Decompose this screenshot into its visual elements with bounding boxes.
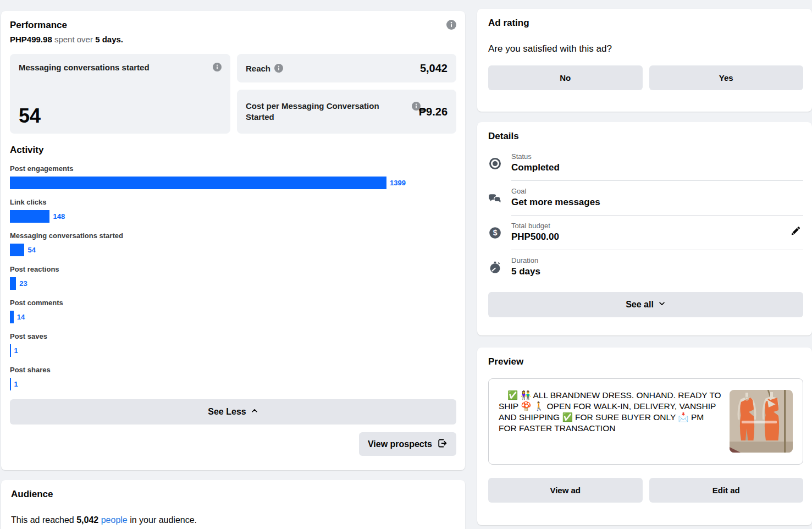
status-icon <box>488 157 501 170</box>
edit-budget-button[interactable] <box>787 223 803 241</box>
detail-row-goal: GoalGet more messages <box>488 181 803 216</box>
see-all-label: See all <box>626 300 654 310</box>
yes-button[interactable]: Yes <box>649 65 804 90</box>
view-ad-button[interactable]: View ad <box>488 478 643 503</box>
metric-cost-label: Cost per Messaging Conversation Started <box>246 101 382 123</box>
activity-label: Post comments <box>10 299 456 307</box>
detail-label: Duration <box>511 256 803 264</box>
activity-row: Post saves1 <box>10 332 456 357</box>
details-rows: StatusCompletedGoalGet more messages$Tot… <box>488 146 803 284</box>
detail-row-duration: Duration5 days <box>488 250 803 284</box>
activity-bar <box>10 277 16 290</box>
metric-messaging-value: 54 <box>19 106 222 126</box>
activity-label: Post reactions <box>10 265 456 273</box>
info-icon[interactable] <box>274 64 283 73</box>
ad-product-image <box>730 390 793 453</box>
details-card: Details StatusCompletedGoalGet more mess… <box>477 122 812 335</box>
activity-bar <box>10 244 24 256</box>
detail-row-total-budget: $Total budgetPHP500.00 <box>488 216 803 250</box>
activity-label: Post saves <box>10 332 456 340</box>
activity-bar <box>10 177 386 189</box>
activity-bar <box>10 378 11 390</box>
spend-summary: PHP499.98 spent over 5 days. <box>10 35 456 44</box>
detail-value: Get more messages <box>511 197 803 208</box>
activity-row: Post reactions23 <box>10 265 456 290</box>
activity-value: 14 <box>17 313 25 321</box>
activity-bar <box>10 210 49 223</box>
activity-value: 1 <box>14 346 18 355</box>
detail-label: Total budget <box>511 222 787 230</box>
chevron-up-icon <box>251 407 258 417</box>
info-icon[interactable] <box>213 63 222 71</box>
activity-row: Messaging conversations started54 <box>10 232 456 256</box>
metric-cost-value: ₱9.26 <box>419 106 448 118</box>
ad-rating-title: Ad rating <box>488 18 803 29</box>
audience-title: Audience <box>11 489 455 500</box>
spend-duration: 5 days. <box>95 35 123 44</box>
detail-value: 5 days <box>511 266 803 277</box>
pencil-icon <box>789 225 801 239</box>
info-icon[interactable] <box>446 20 456 30</box>
view-prospects-button[interactable]: View prospects <box>359 432 456 456</box>
detail-value: PHP500.00 <box>511 232 787 243</box>
metric-reach-label: Reach <box>246 64 270 73</box>
audience-count: 5,042 <box>76 515 98 525</box>
activity-bar <box>10 311 14 323</box>
ad-rating-question: Are you satisfied with this ad? <box>488 43 803 54</box>
see-less-button[interactable]: See Less <box>10 399 456 425</box>
preview-title: Preview <box>488 356 803 367</box>
activity-value: 23 <box>19 279 27 288</box>
detail-value: Completed <box>511 162 803 173</box>
audience-summary: This ad reached 5,042 people in your aud… <box>11 515 455 525</box>
activity-value: 54 <box>27 246 35 254</box>
audience-card: Audience This ad reached 5,042 people in… <box>1 480 465 529</box>
activity-row: Link clicks148 <box>10 198 456 223</box>
metric-reach: Reach 5,042 <box>237 54 456 82</box>
metric-reach-value: 5,042 <box>420 62 448 75</box>
budget-icon: $ <box>488 227 501 239</box>
performance-title: Performance <box>10 20 67 31</box>
people-link[interactable]: people <box>101 515 128 525</box>
see-less-label: See Less <box>208 407 246 417</box>
open-prospects-icon <box>437 438 448 451</box>
edit-ad-button[interactable]: Edit ad <box>649 478 804 503</box>
metric-cost-per-conversation: Cost per Messaging Conversation Started … <box>237 90 456 134</box>
activity-value: 1 <box>14 380 18 388</box>
activity-row: Post shares1 <box>10 366 456 390</box>
info-icon[interactable] <box>412 102 421 111</box>
goal-icon <box>488 192 501 205</box>
performance-card: Performance PHP499.98 spent over 5 days.… <box>1 11 465 470</box>
view-prospects-label: View prospects <box>368 439 432 449</box>
audience-text-suffix: in your audience. <box>128 515 197 525</box>
metric-messaging-label: Messaging conversations started <box>19 63 208 72</box>
detail-row-status: StatusCompleted <box>488 146 803 181</box>
detail-label: Status <box>511 152 803 161</box>
ad-rating-card: Ad rating Are you satisfied with this ad… <box>477 9 812 112</box>
activity-label: Post engagements <box>10 164 456 173</box>
no-button[interactable]: No <box>488 65 643 90</box>
svg-text:$: $ <box>493 229 497 237</box>
metric-boxes: Messaging conversations started 54 Reach… <box>10 54 456 134</box>
ad-preview-box[interactable]: ✅ 👫 ALL BRANDNEW DRESS. ONHAND. READY TO… <box>488 378 803 465</box>
activity-title: Activity <box>10 145 456 156</box>
details-title: Details <box>488 131 803 142</box>
activity-value: 148 <box>53 212 65 221</box>
right-column: Ad rating Are you satisfied with this ad… <box>477 9 812 525</box>
metric-messaging-conversations: Messaging conversations started 54 <box>10 54 230 134</box>
duration-icon <box>488 261 501 274</box>
activity-label: Messaging conversations started <box>10 232 456 240</box>
ad-text: ✅ 👫 ALL BRANDNEW DRESS. ONHAND. READY TO… <box>499 390 722 453</box>
spend-amount: PHP499.98 <box>10 35 52 44</box>
activity-label: Link clicks <box>10 198 456 206</box>
activity-bar-chart: Post engagements1399Link clicks148Messag… <box>10 164 456 390</box>
see-all-button[interactable]: See all <box>488 292 803 317</box>
spend-connector: spent over <box>52 35 95 44</box>
preview-card: Preview ✅ 👫 ALL BRANDNEW DRESS. ONHAND. … <box>477 348 812 525</box>
activity-value: 1399 <box>390 179 406 187</box>
activity-bar <box>10 344 11 357</box>
chevron-down-icon <box>658 300 666 310</box>
audience-text-prefix: This ad reached <box>11 515 76 525</box>
activity-row: Post engagements1399 <box>10 164 456 189</box>
activity-row: Post comments14 <box>10 299 456 323</box>
activity-label: Post shares <box>10 366 456 374</box>
